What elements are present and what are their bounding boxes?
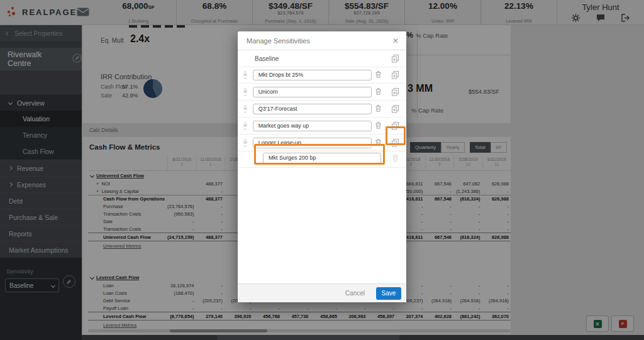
drag-handle-icon[interactable] <box>238 139 253 147</box>
duplicate-icon[interactable] <box>389 55 401 63</box>
delete-icon[interactable] <box>372 122 384 130</box>
delete-icon[interactable] <box>372 88 384 96</box>
duplicate-icon[interactable] <box>389 71 401 79</box>
modal-title: Manage Sensitivities <box>247 37 310 45</box>
annotation-box-duplicate-icon <box>386 126 406 145</box>
drag-handle-icon[interactable] <box>238 122 253 130</box>
sensitivity-name-input[interactable] <box>253 104 372 114</box>
app-window: REALPAGE 68,000SF1 Building68.8%Occupied… <box>0 0 644 340</box>
cancel-button[interactable]: Cancel <box>345 290 365 297</box>
sensitivity-name-input[interactable] <box>253 121 372 131</box>
sensitivity-baseline-label: Baseline <box>238 55 279 62</box>
save-button[interactable]: Save <box>376 287 401 300</box>
drag-handle-icon[interactable] <box>238 88 253 96</box>
duplicate-icon[interactable] <box>389 88 401 96</box>
sensitivity-row-0: Baseline <box>238 50 406 67</box>
sensitivity-row-1 <box>238 67 406 84</box>
duplicate-icon[interactable] <box>389 105 401 113</box>
close-icon[interactable]: ✕ <box>392 36 399 45</box>
delete-icon[interactable] <box>372 71 384 79</box>
sensitivity-row-3 <box>238 101 406 118</box>
sensitivity-name-input[interactable] <box>253 70 372 80</box>
delete-icon[interactable] <box>372 105 384 113</box>
sensitivity-name-input[interactable] <box>253 87 372 97</box>
delete-icon[interactable] <box>389 155 401 162</box>
annotation-box-new-sensitivity-input <box>254 144 385 165</box>
drag-handle-icon[interactable] <box>238 105 253 113</box>
sensitivity-row-2 <box>238 84 406 101</box>
manage-sensitivities-modal: Manage Sensitivities ✕ Baseline Cancel S… <box>238 31 406 302</box>
sensitivity-row-4 <box>238 118 406 134</box>
modal-footer: Cancel Save <box>238 283 406 302</box>
drag-handle-icon[interactable] <box>238 71 253 79</box>
